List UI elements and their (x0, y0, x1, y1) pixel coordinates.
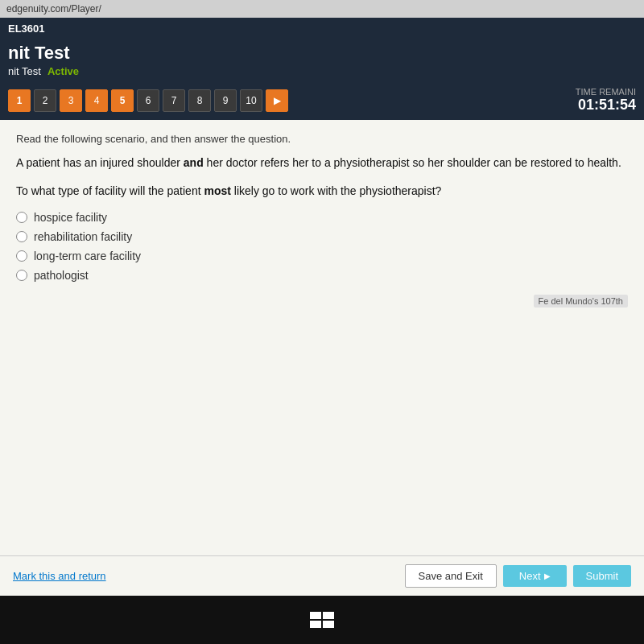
nav-btn-6[interactable]: 6 (137, 89, 159, 112)
nav-btn-7[interactable]: 7 (163, 89, 185, 112)
time-remaining-label: TIME REMAINI (576, 87, 636, 97)
bottom-buttons: Save and Exit Next Submit (405, 564, 631, 588)
watermark-text: Fe del Mundo's 107th (534, 295, 628, 308)
option-2[interactable]: rehabilitation facility (16, 230, 628, 243)
nav-btn-5[interactable]: 5 (111, 89, 134, 112)
option-3-label: long-term care facility (34, 250, 141, 262)
question-nav: 1 2 3 4 5 6 7 8 9 10 ▶ (8, 89, 288, 112)
option-3[interactable]: long-term care facility (16, 250, 628, 262)
unit-test-header: nit Test nit Test Active (0, 39, 644, 82)
nav-forward-btn[interactable]: ▶ (266, 89, 288, 112)
option-4[interactable]: pathologist (16, 269, 628, 282)
radio-4[interactable] (16, 270, 27, 281)
windows-logo (310, 612, 334, 628)
nav-btn-8[interactable]: 8 (188, 89, 211, 112)
course-header: EL3601 (0, 18, 644, 39)
option-2-label: rehabilitation facility (34, 230, 132, 243)
bottom-action-bar: Mark this and return Save and Exit Next … (0, 555, 644, 596)
time-value: 01:51:54 (576, 97, 636, 114)
course-code: EL3601 (8, 23, 45, 35)
save-exit-button[interactable]: Save and Exit (405, 564, 497, 588)
question-area: Read the following scenario, and then an… (0, 120, 644, 555)
watermark-area: Fe del Mundo's 107th (16, 295, 628, 308)
page-title: nit Test (8, 43, 636, 64)
unit-test-label: nit Test (8, 65, 41, 77)
question-text: To what type of facility will the patien… (16, 183, 628, 200)
option-4-label: pathologist (34, 269, 89, 282)
nav-btn-1[interactable]: 1 (8, 89, 31, 112)
browser-bar: edgenuity.com/Player/ (0, 0, 644, 18)
radio-3[interactable] (16, 250, 27, 262)
scenario-instruction: Read the following scenario, and then an… (16, 133, 628, 145)
timer-display: TIME REMAINI 01:51:54 (576, 87, 636, 114)
next-button[interactable]: Next (503, 565, 567, 587)
option-1-label: hospice facility (34, 211, 107, 224)
nav-btn-2[interactable]: 2 (34, 89, 56, 112)
scenario-text: A patient has an injured shoulder and he… (16, 155, 628, 171)
option-1[interactable]: hospice facility (16, 211, 628, 224)
taskbar (0, 596, 644, 644)
active-badge: Active (47, 65, 79, 77)
nav-btn-4[interactable]: 4 (85, 89, 108, 112)
answer-options: hospice facility rehabilitation facility… (16, 211, 628, 288)
browser-url: edgenuity.com/Player/ (6, 3, 101, 14)
mark-return-button[interactable]: Mark this and return (13, 570, 106, 582)
submit-button[interactable]: Submit (573, 565, 631, 587)
radio-2[interactable] (16, 231, 27, 242)
nav-btn-3[interactable]: 3 (60, 89, 82, 112)
radio-1[interactable] (16, 212, 27, 223)
nav-btn-9[interactable]: 9 (214, 89, 237, 112)
navigation-row: 1 2 3 4 5 6 7 8 9 10 ▶ TIME REMAINI 01:5… (0, 82, 644, 120)
nav-btn-10[interactable]: 10 (240, 89, 262, 112)
